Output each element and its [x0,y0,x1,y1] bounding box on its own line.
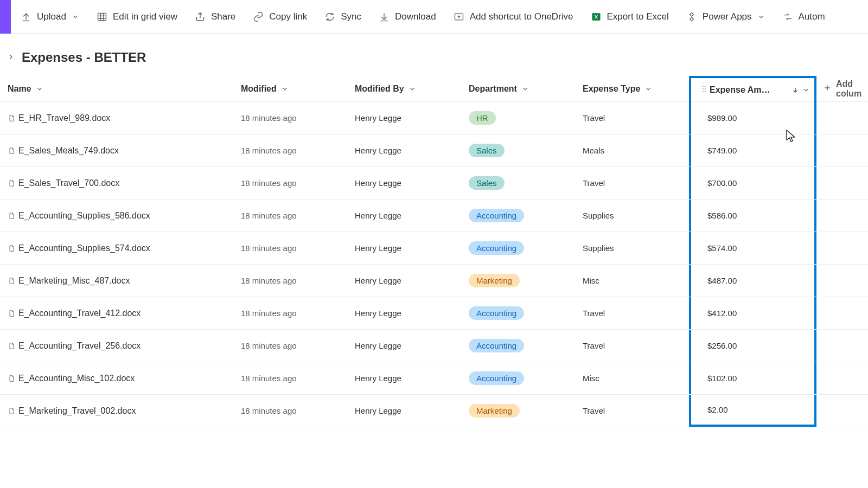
department-pill[interactable]: Marketing [469,274,520,287]
department-cell: Accounting [461,330,575,362]
document-icon [8,147,15,155]
expense-amount-cell: $749.00 [689,134,816,166]
expense-type-cell: Supplies [575,200,689,232]
file-name-cell[interactable]: E_Accounting_Misc_102.docx [0,362,233,394]
department-cell: Marketing [461,395,575,427]
file-name-cell[interactable]: E_Marketing_Misc_487.docx [0,265,233,297]
file-name-cell[interactable]: E_Accounting_Travel_412.docx [0,297,233,329]
svg-point-8 [705,91,706,92]
sync-button[interactable]: Sync [317,7,369,27]
export-excel-button[interactable]: Export to Excel [583,7,676,27]
department-pill[interactable]: Accounting [469,241,524,255]
table-row[interactable]: E_Marketing_Travel_002.docx 18 minutes a… [0,395,868,427]
table-row[interactable]: E_HR_Travel_989.docx 18 minutes ago Henr… [0,102,868,134]
column-header-expense-type[interactable]: Expense Type [575,76,689,102]
file-name-cell[interactable]: E_Sales_Meals_749.docx [0,134,233,166]
file-name-cell[interactable]: E_HR_Travel_989.docx [0,102,233,134]
add-shortcut-button[interactable]: Add shortcut to OneDrive [446,7,581,27]
modified-cell: 18 minutes ago [233,134,347,166]
table-row[interactable]: E_Accounting_Supplies_586.docx 18 minute… [0,200,868,232]
modified-cell: 18 minutes ago [233,395,347,427]
svg-rect-0 [98,13,106,20]
column-header-department[interactable]: Department [461,76,575,102]
department-cell: Marketing [461,265,575,297]
department-pill[interactable]: HR [469,111,496,125]
department-pill[interactable]: Accounting [469,209,524,222]
power-apps-button[interactable]: Power Apps [679,7,773,27]
modified-by-cell: Henry Legge [347,395,461,427]
file-name-cell[interactable]: E_Accounting_Travel_256.docx [0,330,233,362]
copy-link-button[interactable]: Copy link [245,7,315,27]
download-button[interactable]: Download [371,7,444,27]
department-pill[interactable]: Accounting [469,306,524,320]
edit-grid-button[interactable]: Edit in grid view [89,7,185,27]
excel-icon [591,11,602,22]
modified-cell: 18 minutes ago [233,102,347,134]
modified-cell: 18 minutes ago [233,167,347,199]
file-name: E_Marketing_Travel_002.docx [18,406,136,416]
table-row[interactable]: E_Accounting_Supplies_574.docx 18 minute… [0,232,868,265]
share-label: Share [211,11,235,22]
add-column-button[interactable]: Add colum [816,76,868,102]
column-label: Modified By [355,84,404,94]
file-name: E_Accounting_Supplies_586.docx [18,211,150,221]
link-icon [253,11,264,22]
table-row[interactable]: E_Marketing_Misc_487.docx 18 minutes ago… [0,265,868,297]
table-row[interactable]: E_Accounting_Travel_412.docx 18 minutes … [0,297,868,330]
expense-type-cell: Meals [575,134,689,166]
column-label: Name [8,84,31,94]
department-pill[interactable]: Accounting [469,339,524,352]
expense-amount-cell: $586.00 [689,200,816,232]
column-header-name[interactable]: Name [0,76,233,102]
file-name-cell[interactable]: E_Accounting_Supplies_574.docx [0,232,233,264]
modified-by-cell: Henry Legge [347,167,461,199]
table-row[interactable]: E_Sales_Travel_700.docx 18 minutes ago H… [0,167,868,200]
svg-point-5 [703,88,704,89]
department-cell: Accounting [461,200,575,232]
upload-button[interactable]: Upload [13,7,87,27]
upload-label: Upload [37,11,66,22]
export-excel-label: Export to Excel [607,11,669,22]
column-header-row: Name Modified Modified By Department Exp… [0,76,868,102]
modified-by-cell: Henry Legge [347,102,461,134]
modified-cell: 18 minutes ago [233,265,347,297]
expense-amount-cell: $989.00 [689,102,816,134]
file-name-cell[interactable]: E_Accounting_Supplies_586.docx [0,200,233,232]
share-button[interactable]: Share [187,7,243,27]
svg-point-3 [703,86,704,87]
empty-cell [816,102,868,134]
expense-type-cell: Travel [575,102,689,134]
chevron-down-icon [757,13,765,21]
department-pill[interactable]: Accounting [469,371,524,385]
file-name-cell[interactable]: E_Sales_Travel_700.docx [0,167,233,199]
chevron-down-icon [644,85,652,93]
expense-amount-cell: $700.00 [689,167,816,199]
document-icon [8,245,15,252]
expense-amount-cell: $256.00 [689,330,816,362]
table-row[interactable]: E_Accounting_Misc_102.docx 18 minutes ag… [0,362,868,395]
empty-cell [816,330,868,362]
modified-cell: 18 minutes ago [233,330,347,362]
column-label: Modified [241,84,277,94]
table-row[interactable]: E_Accounting_Travel_256.docx 18 minutes … [0,330,868,362]
chevron-down-icon [409,85,416,93]
empty-cell [816,134,868,166]
expense-type-cell: Travel [575,167,689,199]
department-pill[interactable]: Marketing [469,404,520,418]
column-header-modified[interactable]: Modified [233,76,347,102]
file-name-cell[interactable]: E_Marketing_Travel_002.docx [0,395,233,427]
power-apps-label: Power Apps [703,11,752,22]
department-pill[interactable]: Sales [469,144,505,157]
column-header-modified-by[interactable]: Modified By [347,76,461,102]
department-pill[interactable]: Sales [469,176,505,190]
empty-cell [816,200,868,232]
sort-descending-icon [792,86,799,94]
chevron-down-icon[interactable] [802,86,810,94]
upload-icon [21,11,31,22]
column-header-expense-amount[interactable]: Expense Am… [689,76,816,102]
chevron-right-icon[interactable] [7,53,15,63]
table-row[interactable]: E_Sales_Meals_749.docx 18 minutes ago He… [0,134,868,167]
column-label: Department [469,84,517,94]
drag-handle-icon[interactable] [702,85,706,95]
automate-button[interactable]: Autom [775,7,833,27]
